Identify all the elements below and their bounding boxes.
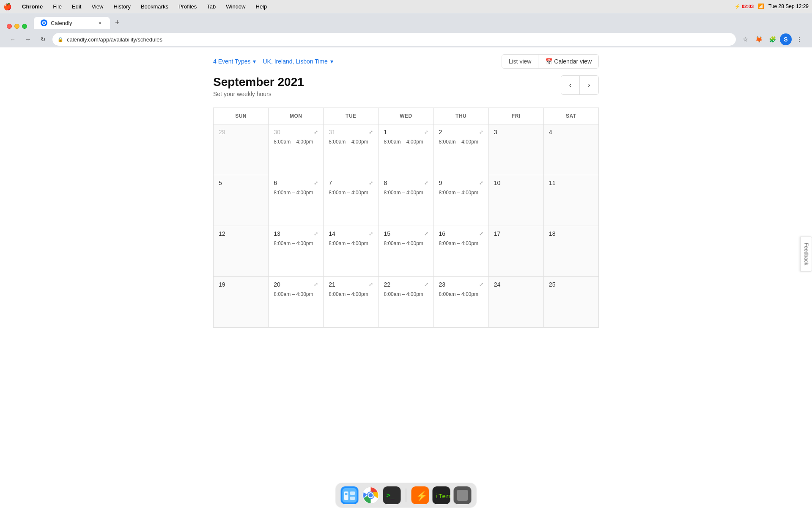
calendar-cell-3-0[interactable]: 19 [214,277,269,328]
bookmark-button[interactable]: ☆ [739,33,751,45]
calendar-cell-0-5[interactable]: 3 [488,124,543,175]
menubar-edit[interactable]: Edit [70,3,83,11]
more-button[interactable]: ⋮ [793,33,805,45]
calendar-cell-2-6[interactable]: 18 [543,226,598,277]
iterm-dock-icon[interactable]: iTerm [433,486,450,504]
expand-icon[interactable]: ⤢ [369,282,373,287]
forward-button[interactable]: → [22,33,34,45]
prev-month-button[interactable]: ‹ [561,76,580,94]
list-view-button[interactable]: List view [502,55,539,68]
expand-icon[interactable]: ⤢ [479,180,483,186]
cell-date-number: 14⤢ [329,230,373,237]
calendar-grid: SUN MON TUE WED THU FRI SAT 2930⤢8:00am … [213,108,599,328]
menubar-history[interactable]: History [112,3,132,11]
menubar-battery-indicator: ⚡ 02:03 [735,4,754,9]
expand-icon[interactable]: ⤢ [479,231,483,237]
cell-date-number: 5 [219,179,263,186]
calendar-cell-2-5[interactable]: 17 [488,226,543,277]
expand-icon[interactable]: ⤢ [424,129,428,135]
calendar-cell-2-0[interactable]: 12 [214,226,269,277]
expand-icon[interactable]: ⤢ [369,231,373,237]
finder-icon[interactable] [341,486,359,504]
menubar-tab[interactable]: Tab [205,3,217,11]
calendar-cell-2-4[interactable]: 16⤢8:00am – 4:00pm [433,226,488,277]
calendar-week-4: 1920⤢8:00am – 4:00pm21⤢8:00am – 4:00pm22… [214,277,599,328]
menubar-file[interactable]: File [51,3,63,11]
menubar-view[interactable]: View [90,3,105,11]
expand-icon[interactable]: ⤢ [479,282,483,287]
terminal-dock-icon[interactable]: >_ [383,486,401,504]
new-tab-button[interactable]: + [112,17,123,29]
calendar-cell-3-3[interactable]: 22⤢8:00am – 4:00pm [379,277,433,328]
menubar-chrome[interactable]: Chrome [20,3,44,11]
calendar-cell-1-3[interactable]: 8⤢8:00am – 4:00pm [379,175,433,226]
cell-date-number: 6⤢ [274,179,318,186]
cell-hours: 8:00am – 4:00pm [439,240,483,246]
expand-icon[interactable]: ⤢ [424,282,428,287]
fox-extension[interactable]: 🦊 [753,33,765,45]
calendar-cell-3-6[interactable]: 25 [543,277,598,328]
calendar-cell-0-1[interactable]: 30⤢8:00am – 4:00pm [269,124,324,175]
misc-dock-icon[interactable] [454,486,472,504]
expand-icon[interactable]: ⤢ [369,129,373,135]
calendar-cell-0-3[interactable]: 1⤢8:00am – 4:00pm [379,124,433,175]
calendar-cell-1-1[interactable]: 6⤢8:00am – 4:00pm [269,175,324,226]
expand-icon[interactable]: ⤢ [314,129,318,135]
expand-icon[interactable]: ⤢ [314,180,318,186]
cell-date-number: 9⤢ [439,179,483,186]
reload-button[interactable]: ↻ [37,33,49,45]
expand-icon[interactable]: ⤢ [424,231,428,237]
cell-date-number: 1⤢ [384,129,428,135]
calendar-cell-2-2[interactable]: 14⤢8:00am – 4:00pm [324,226,379,277]
expand-icon[interactable]: ⤢ [314,231,318,237]
calendar-cell-1-4[interactable]: 9⤢8:00am – 4:00pm [433,175,488,226]
calendar-cell-3-1[interactable]: 20⤢8:00am – 4:00pm [269,277,324,328]
minimize-button[interactable] [14,24,19,29]
cell-hours: 8:00am – 4:00pm [439,190,483,196]
timezone-button[interactable]: UK, Ireland, Lisbon Time ▾ [263,58,333,65]
next-month-button[interactable]: › [580,76,598,94]
expand-icon[interactable]: ⤢ [314,282,318,287]
svg-text:iTerm: iTerm [435,493,450,500]
calendar-cell-1-6[interactable]: 11 [543,175,598,226]
address-input-wrapper[interactable]: 🔒 calendly.com/app/availability/schedule… [52,33,736,46]
calendar-cell-0-6[interactable]: 4 [543,124,598,175]
menubar-help[interactable]: Help [254,3,269,11]
calendar-week-1: 2930⤢8:00am – 4:00pm31⤢8:00am – 4:00pm1⤢… [214,124,599,175]
expand-icon[interactable]: ⤢ [369,180,373,186]
address-bar: ← → ↻ 🔒 calendly.com/app/availability/sc… [3,31,809,47]
menubar-bookmarks[interactable]: Bookmarks [139,3,170,11]
chrome-dock-icon[interactable] [362,486,380,504]
calendar-cell-0-2[interactable]: 31⤢8:00am – 4:00pm [324,124,379,175]
profile-avatar[interactable]: S [780,33,792,45]
back-button[interactable]: ← [7,33,19,45]
event-types-button[interactable]: 4 Event Types ▾ [213,58,256,65]
cell-date-number: 16⤢ [439,230,483,237]
calendar-cell-1-0[interactable]: 5 [214,175,269,226]
calendar-cell-1-2[interactable]: 7⤢8:00am – 4:00pm [324,175,379,226]
tab-close-button[interactable]: ✕ [96,19,103,26]
calendar-cell-0-4[interactable]: 2⤢8:00am – 4:00pm [433,124,488,175]
feedback-tab[interactable]: Feedback [801,237,812,272]
close-button[interactable] [7,24,12,29]
puzzle-extension[interactable]: 🧩 [766,33,778,45]
expand-icon[interactable]: ⤢ [479,129,483,135]
cell-date-number: 2⤢ [439,129,483,135]
calendar-cell-1-5[interactable]: 10 [488,175,543,226]
reeder-dock-icon[interactable]: ⚡ [411,486,429,504]
fullscreen-button[interactable] [22,24,27,29]
menubar-profiles[interactable]: Profiles [177,3,198,11]
calendar-cell-3-2[interactable]: 21⤢8:00am – 4:00pm [324,277,379,328]
calendar-view-button[interactable]: 📅 Calendar view [538,55,598,68]
svg-rect-5 [350,491,355,495]
calendar-cell-2-1[interactable]: 13⤢8:00am – 4:00pm [269,226,324,277]
cell-date-number: 11 [549,179,593,186]
menubar-window[interactable]: Window [224,3,247,11]
calendar-cell-3-5[interactable]: 24 [488,277,543,328]
expand-icon[interactable]: ⤢ [424,180,428,186]
calendar-cell-3-4[interactable]: 23⤢8:00am – 4:00pm [433,277,488,328]
browser-tab[interactable]: Calendly ✕ [34,17,110,29]
apple-menu[interactable]: 🍎 [3,3,12,11]
calendar-cell-0-0[interactable]: 29 [214,124,269,175]
calendar-cell-2-3[interactable]: 15⤢8:00am – 4:00pm [379,226,433,277]
